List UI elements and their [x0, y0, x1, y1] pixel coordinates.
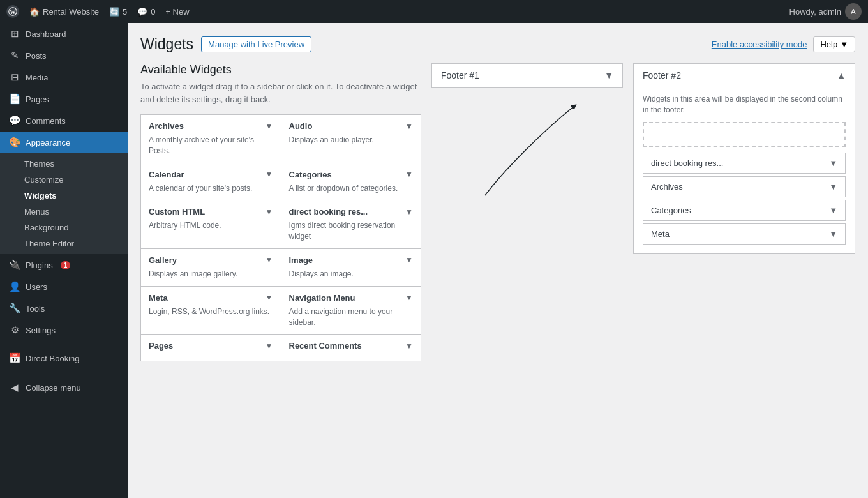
widget-archives[interactable]: Archives ▼ A monthly archive of your sit… [141, 115, 281, 163]
media-icon: ⊟ [9, 72, 20, 83]
widget-audio[interactable]: Audio ▼ Displays an audio player. [281, 115, 421, 163]
howdy-text: Howdy, admin A [789, 3, 862, 20]
widget-pages[interactable]: Pages ▼ [141, 335, 281, 361]
sidebar-item-media[interactable]: ⊟ Media [0, 66, 128, 88]
widget-navigation-menu[interactable]: Navigation Menu ▼ Add a navigation menu … [281, 287, 421, 335]
footer2-body: Widgets in this area will be displayed i… [634, 87, 855, 253]
widget-calendar[interactable]: Calendar ▼ A calendar of your site's pos… [141, 163, 281, 200]
audio-chevron-icon: ▼ [405, 122, 413, 131]
gallery-chevron-icon: ▼ [266, 255, 273, 264]
wp-logo-icon[interactable]: W [6, 5, 19, 18]
recent-comments-chevron-icon: ▼ [405, 342, 413, 351]
submenu-menus[interactable]: Menus [0, 204, 128, 220]
footer2-widget-categories[interactable]: Categories ▼ [643, 200, 846, 221]
submenu-themes[interactable]: Themes [0, 156, 128, 172]
widget-custom-html[interactable]: Custom HTML ▼ Arbitrary HTML code. [141, 200, 281, 248]
available-widgets-title: Available Widgets [140, 63, 421, 77]
footer1-header[interactable]: Footer #1 ▼ [432, 64, 622, 87]
collapse-menu-btn[interactable]: ◀ Collapse menu [0, 369, 128, 398]
footer1-panel: Footer #1 ▼ [431, 63, 623, 88]
footer1-chevron-icon: ▼ [604, 70, 613, 80]
page-title-area: Widgets Manage with Live Preview [140, 36, 311, 53]
submenu-customize[interactable]: Customize [0, 172, 128, 188]
image-chevron-icon: ▼ [405, 255, 413, 264]
sidebar-item-users[interactable]: 👤 Users [0, 276, 128, 298]
widget-gallery[interactable]: Gallery ▼ Displays an image gallery. [141, 249, 281, 286]
direct-booking-widget-chevron-icon: ▼ [405, 207, 413, 216]
settings-icon: ⚙ [9, 324, 20, 336]
submenu-widgets[interactable]: Widgets [0, 188, 128, 204]
sidebar-item-appearance[interactable]: 🎨 Appearance [0, 132, 128, 153]
posts-icon: ✎ [9, 50, 20, 61]
live-preview-button[interactable]: Manage with Live Preview [201, 36, 311, 52]
help-button[interactable]: Help ▼ [813, 36, 855, 52]
sidebar-item-direct-booking[interactable]: 📅 Direct Booking [0, 347, 128, 369]
categories-chevron-icon: ▼ [405, 170, 413, 179]
footer2-widget-meta[interactable]: Meta ▼ [643, 223, 846, 245]
sidebars-area: Footer #1 ▼ Footer #2 ▲ Widgets in this … [431, 63, 855, 361]
submenu-theme-editor[interactable]: Theme Editor [0, 236, 128, 252]
footer2-chevron-icon: ▲ [837, 70, 846, 80]
sidebar-item-dashboard[interactable]: ⊞ Dashboard [0, 23, 128, 45]
footer2-categories-chevron-icon: ▼ [829, 206, 837, 215]
top-right-controls: Enable accessibility mode Help ▼ [712, 36, 855, 52]
footer2-drop-zone[interactable] [643, 122, 846, 147]
plugins-icon: 🔌 [9, 259, 20, 271]
archives-chevron-icon: ▼ [266, 122, 273, 131]
updates-btn[interactable]: 🔄 5 [109, 7, 127, 17]
sidebar-item-posts[interactable]: ✎ Posts [0, 45, 128, 66]
widgets-grid: Archives ▼ A monthly archive of your sit… [140, 114, 421, 361]
page-header: Widgets Manage with Live Preview Enable … [140, 36, 855, 53]
calendar-chevron-icon: ▼ [266, 170, 273, 179]
plugins-badge: 1 [61, 261, 71, 269]
widget-direct-booking[interactable]: direct booking res... ▼ Igms direct book… [281, 200, 421, 248]
appearance-submenu: Themes Customize Widgets Menus Backgroun… [0, 153, 128, 254]
widget-meta[interactable]: Meta ▼ Login, RSS, & WordPress.org links… [141, 287, 281, 335]
footer2-widget-direct-booking[interactable]: direct booking res... ▼ [643, 153, 846, 174]
sidebar-item-tools[interactable]: 🔧 Tools [0, 298, 128, 319]
main-content: Widgets Manage with Live Preview Enable … [128, 23, 868, 498]
custom-html-chevron-icon: ▼ [266, 207, 273, 216]
footer2-archives-chevron-icon: ▼ [829, 182, 837, 192]
users-icon: 👤 [9, 281, 20, 292]
footer2-meta-chevron-icon: ▼ [829, 229, 837, 239]
page-title: Widgets [140, 36, 193, 53]
accessibility-link[interactable]: Enable accessibility mode [712, 40, 807, 49]
tools-icon: 🔧 [9, 303, 20, 314]
sidebar-item-settings[interactable]: ⚙ Settings [0, 319, 128, 341]
admin-sidebar: ⊞ Dashboard ✎ Posts ⊟ Media 📄 Pages 💬 Co… [0, 23, 128, 498]
site-name[interactable]: 🏠 Rental Website [29, 7, 99, 17]
svg-text:W: W [10, 9, 15, 15]
new-content-btn[interactable]: + New [165, 7, 189, 17]
available-widgets-panel: Available Widgets To activate a widget d… [140, 63, 421, 361]
sidebar-item-plugins[interactable]: 🔌 Plugins 1 [0, 254, 128, 276]
appearance-icon: 🎨 [9, 137, 20, 148]
widget-recent-comments[interactable]: Recent Comments ▼ [281, 335, 421, 361]
pages-icon: 📄 [9, 93, 20, 105]
collapse-icon: ◀ [9, 382, 20, 393]
dashboard-icon: ⊞ [9, 28, 20, 40]
widgets-layout: Available Widgets To activate a widget d… [140, 63, 855, 361]
submenu-background[interactable]: Background [0, 220, 128, 236]
comments-btn[interactable]: 💬 0 [137, 7, 155, 17]
footer2-widget-archives[interactable]: Archives ▼ [643, 176, 846, 197]
help-chevron-icon: ▼ [840, 40, 848, 49]
footer2-header[interactable]: Footer #2 ▲ [634, 64, 855, 87]
nav-menu-chevron-icon: ▼ [405, 293, 413, 302]
avatar[interactable]: A [845, 3, 862, 20]
pages-widget-chevron-icon: ▼ [266, 342, 273, 351]
admin-bar: W 🏠 Rental Website 🔄 5 💬 0 + New Howdy, … [0, 0, 868, 23]
footer2-panel: Footer #2 ▲ Widgets in this area will be… [633, 63, 855, 254]
sidebar-item-pages[interactable]: 📄 Pages [0, 88, 128, 110]
available-widgets-desc: To activate a widget drag it to a sideba… [140, 80, 421, 105]
widget-categories[interactable]: Categories ▼ A list or dropdown of categ… [281, 163, 421, 200]
widget-image[interactable]: Image ▼ Displays an image. [281, 249, 421, 286]
footer2-direct-booking-chevron-icon: ▼ [829, 158, 837, 168]
direct-booking-icon: 📅 [9, 352, 20, 364]
comments-icon: 💬 [9, 115, 20, 126]
meta-chevron-icon: ▼ [266, 293, 273, 302]
sidebar-item-comments[interactable]: 💬 Comments [0, 110, 128, 132]
